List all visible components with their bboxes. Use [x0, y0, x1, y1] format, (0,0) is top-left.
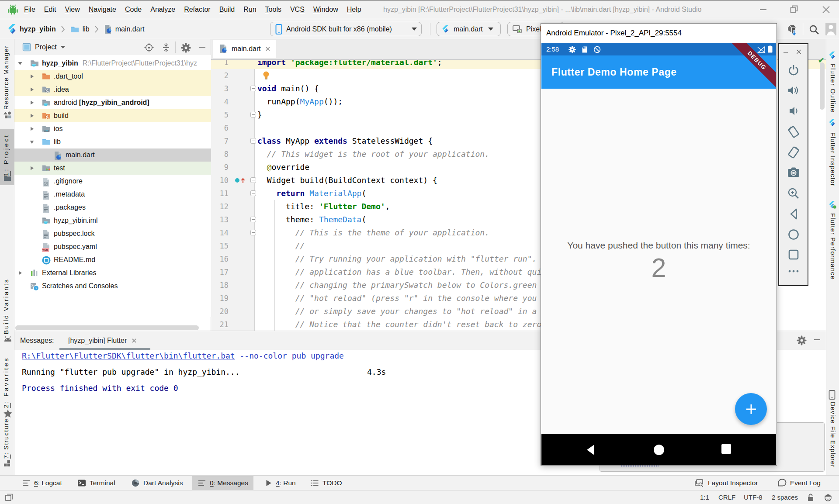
editor-tab-main-dart[interactable]: main.dart: [213, 40, 276, 58]
emulator-back-icon[interactable]: [779, 207, 808, 221]
editor-scrollbar[interactable]: [820, 62, 825, 110]
tree-item-pubspec-lock[interactable]: pubspec.lock: [14, 227, 211, 240]
strip-tab-flutter-outline[interactable]: Flutter Outline: [826, 48, 839, 116]
nav-back-icon[interactable]: [585, 444, 596, 456]
strip-tab-device-file-explorer[interactable]: Device File Explorer: [826, 386, 839, 471]
chevron-expanded-icon[interactable]: [29, 139, 35, 145]
nav-home-icon[interactable]: [653, 444, 665, 456]
emulator-screen[interactable]: 2:58 Flutter Demo Home Page DEBUG You ha…: [541, 43, 776, 465]
increment-fab-button[interactable]: [735, 393, 767, 425]
tree-item-scratches-and-consoles[interactable]: Scratches and Consoles: [14, 280, 211, 293]
console-line-1[interactable]: R:\Flutter\FlutterSDK\flutter\bin\flutte…: [22, 348, 344, 364]
tree-item-lib[interactable]: lib: [14, 135, 211, 148]
menu-tools[interactable]: Tools: [261, 6, 286, 14]
toolbar-minimize-button[interactable]: [783, 49, 789, 55]
intention-bulb-icon[interactable]: [262, 71, 270, 80]
menu-help[interactable]: Help: [343, 6, 366, 14]
chevron-collapsed-icon[interactable]: [29, 166, 35, 171]
chevron-collapsed-icon[interactable]: [29, 126, 35, 131]
emulator-rotate-right-icon[interactable]: [779, 146, 808, 159]
toolwindow-button-layout-inspector[interactable]: Layout Inspector: [689, 476, 763, 490]
menu-build[interactable]: Build: [215, 6, 239, 14]
indent-indicator[interactable]: 2 spaces: [772, 490, 798, 504]
avatar[interactable]: [825, 23, 836, 35]
toolbar-close-button[interactable]: [796, 48, 802, 55]
strip-tab-1-project[interactable]: 1: Project: [0, 129, 14, 185]
chevron-collapsed-icon[interactable]: [29, 113, 35, 118]
tree-item-android[interactable]: android [hyzp_yibin_android]: [14, 96, 211, 109]
toolwindow-button-todo[interactable]: TODO: [305, 476, 347, 490]
device-selector-dropdown[interactable]: Android SDK built for x86 (mobile): [270, 22, 422, 36]
emulator-home-icon[interactable]: [779, 228, 808, 241]
window-close-button[interactable]: [821, 5, 831, 14]
menu-analyze[interactable]: Analyze: [146, 6, 180, 14]
tree-item-main-dart[interactable]: main.dart: [14, 148, 211, 162]
emulator-overview-icon[interactable]: [779, 249, 808, 261]
horizontal-scrollbar[interactable]: [15, 325, 199, 330]
chevron-collapsed-icon[interactable]: [17, 270, 23, 276]
toolwindow-button-event-log[interactable]: Event Log: [772, 476, 826, 490]
locate-icon[interactable]: [144, 43, 154, 52]
menu-vcs[interactable]: VCS: [286, 6, 309, 14]
emulator-zoom-icon[interactable]: [779, 187, 808, 200]
emulator-camera-icon[interactable]: [779, 166, 808, 178]
breadcrumb-lib[interactable]: lib: [70, 25, 90, 34]
tree-item-build[interactable]: build: [14, 109, 211, 122]
strip-tab-flutter-performance[interactable]: Flutter Performance: [826, 197, 839, 283]
messages-tab-flutter[interactable]: [hyzp_yibin] Flutter: [62, 331, 143, 350]
fold-marker-open-icon[interactable]: [250, 190, 256, 196]
emulator-rotate-left-icon[interactable]: [779, 125, 808, 138]
chevron-collapsed-icon[interactable]: [29, 87, 35, 92]
emulator-title-bar[interactable]: Android Emulator - Pixel_2_API_29:5554: [541, 24, 777, 43]
console-link[interactable]: R:\Flutter\FlutterSDK\flutter\bin\flutte…: [22, 351, 235, 360]
tree-item-pubspec-yaml[interactable]: YMLpubspec.yaml: [14, 240, 211, 253]
close-icon[interactable]: [265, 46, 271, 52]
build-apk-icon[interactable]: [785, 24, 798, 36]
encoding-indicator[interactable]: UTF-8: [744, 490, 763, 504]
close-icon[interactable]: [131, 338, 137, 344]
lock-open-icon[interactable]: [806, 493, 815, 503]
tree-item--dart_tool[interactable]: .dart_tool: [14, 70, 211, 83]
tree-item-hyzp_yibin[interactable]: hyzp_yibinR:\FlutterProject\FlutterProje…: [14, 57, 211, 70]
window-restore-button[interactable]: [789, 5, 799, 14]
menu-code[interactable]: Code: [121, 6, 146, 14]
collapse-all-icon[interactable]: [161, 43, 171, 52]
tree-item--metadata[interactable]: .metadata: [14, 188, 211, 201]
emulator-more-dots-icon[interactable]: [779, 269, 808, 273]
tree-item-hyzp_yibin-iml[interactable]: hyzp_yibin.iml: [14, 214, 211, 227]
tree-item--idea[interactable]: .idea: [14, 83, 211, 96]
nav-overview-icon[interactable]: [721, 444, 732, 454]
fold-marker-close-icon[interactable]: [250, 112, 256, 117]
tree-item--gitignore[interactable]: .gitignore: [14, 175, 211, 188]
run-config-dropdown[interactable]: main.dart: [437, 22, 501, 36]
strip-tab-flutter-inspector[interactable]: Flutter Inspector: [826, 115, 839, 190]
tree-item-ios[interactable]: ios: [14, 122, 211, 135]
menu-run[interactable]: Run: [239, 6, 260, 14]
search-everywhere-icon[interactable]: [808, 24, 820, 35]
tree-item-readme-md[interactable]: README.md: [14, 253, 211, 266]
toolwindow-button-0-messages[interactable]: 0: Messages: [192, 476, 253, 490]
chevron-collapsed-icon[interactable]: [29, 100, 35, 105]
menu-view[interactable]: View: [60, 6, 84, 14]
fold-marker-open-icon[interactable]: [250, 230, 256, 235]
menu-navigate[interactable]: Navigate: [84, 6, 121, 14]
emulator-power-icon[interactable]: [779, 64, 808, 77]
chevron-collapsed-icon[interactable]: [29, 74, 35, 79]
line-ending-indicator[interactable]: CRLF: [718, 490, 735, 504]
toolwindow-button-4-run[interactable]: 4: Run: [260, 476, 301, 490]
hide-panel-icon[interactable]: [198, 43, 207, 52]
menu-edit[interactable]: Edit: [40, 6, 61, 14]
window-minimize-button[interactable]: [758, 5, 768, 14]
menu-file[interactable]: File: [20, 6, 40, 14]
toolwindow-button-dart-analysis[interactable]: Dart Analysis: [126, 476, 188, 490]
menu-window[interactable]: Window: [309, 6, 343, 14]
gradle-face-icon[interactable]: [823, 493, 833, 502]
run-main-gutter-icon[interactable]: [234, 177, 248, 184]
tree-item-external-libraries[interactable]: External Libraries: [14, 266, 211, 280]
caret-position[interactable]: 1:1: [700, 490, 709, 504]
emulator-volume-down-icon[interactable]: [779, 105, 808, 117]
tree-item--packages[interactable]: .packages: [14, 201, 211, 214]
chevron-expanded-icon[interactable]: [17, 61, 23, 66]
gear-icon[interactable]: [797, 335, 807, 345]
breadcrumb-hyzp_yibin[interactable]: hyzp_yibin: [7, 24, 56, 35]
